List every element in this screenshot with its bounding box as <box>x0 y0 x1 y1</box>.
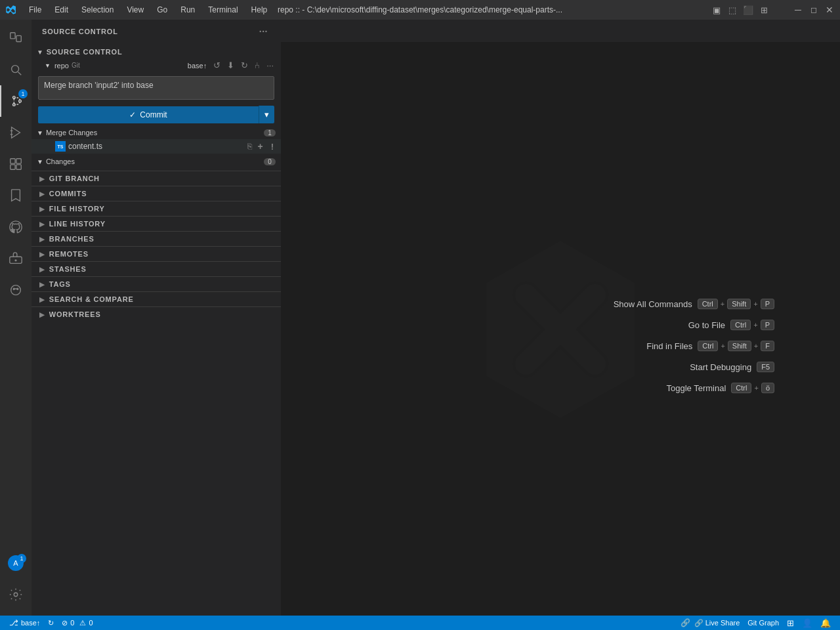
section-line-history[interactable]: ▶ LINE HISTORY <box>32 216 281 231</box>
svg-point-16 <box>11 285 21 295</box>
stashes-label: STASHES <box>49 265 87 273</box>
activity-remote-explorer[interactable] <box>0 243 32 274</box>
shortcut-label-terminal: Toggle Terminal <box>634 383 726 393</box>
key-plus-3: + <box>753 321 757 329</box>
activity-extensions[interactable] <box>0 148 32 180</box>
commit-dropdown-button[interactable]: ▾ <box>259 106 274 123</box>
remote-icon: ⊞ <box>787 618 794 628</box>
activity-explorer[interactable] <box>0 22 32 54</box>
activity-scm[interactable]: 1 <box>0 85 32 117</box>
menu-view[interactable]: View <box>121 4 149 16</box>
restore-button[interactable]: ◻ <box>808 5 819 15</box>
key-ctrl-4: Ctrl <box>731 383 751 393</box>
activity-bookmarks[interactable] <box>0 180 32 211</box>
branch-action-button[interactable]: ⑃ <box>253 60 262 71</box>
statusbar-errors[interactable]: ⊘ 0 ⚠ 0 <box>58 616 96 630</box>
sidebar-scroll: ▼ SOURCE CONTROL ▼ repo Git base↑ ↺ ⬇ ↻ … <box>32 43 281 616</box>
open-file-icon[interactable]: ⎘ <box>245 141 254 152</box>
repo-more-button[interactable]: ··· <box>264 60 276 71</box>
statusbar-bell[interactable]: 🔔 <box>816 618 835 628</box>
merge-changes-header[interactable]: ▼ Merge Changes 1 <box>32 126 281 139</box>
file-item[interactable]: TS content.ts ⎘ + ! <box>32 139 281 154</box>
shortcut-keys-find: Ctrl + Shift + F <box>698 341 774 351</box>
activity-copilot[interactable] <box>0 274 32 306</box>
key-f: F <box>761 341 774 351</box>
file-history-chevron: ▶ <box>39 205 45 213</box>
statusbar-branch[interactable]: ⎇ base↑ <box>5 616 44 630</box>
liveshare-icon: 🔗 <box>681 618 690 627</box>
menu-run[interactable]: Run <box>175 4 200 16</box>
changes-count: 0 <box>264 158 276 165</box>
key-ctrl-2: Ctrl <box>730 320 751 330</box>
repo-vcs: Git <box>72 62 80 69</box>
source-control-title[interactable]: ▼ SOURCE CONTROL <box>32 45 281 58</box>
stashes-chevron: ▶ <box>39 266 45 273</box>
svg-point-2 <box>12 66 19 73</box>
section-branches[interactable]: ▶ BRANCHES <box>32 231 281 246</box>
remotes-chevron: ▶ <box>39 251 45 258</box>
key-oe: ö <box>761 383 774 393</box>
branches-chevron: ▶ <box>39 236 45 243</box>
changes-header[interactable]: ▼ Changes 0 <box>32 155 281 168</box>
shortcut-keys-file: Ctrl + P <box>730 320 774 330</box>
split-editor-icon[interactable]: ⬚ <box>727 5 738 15</box>
statusbar-remote[interactable]: ⊞ <box>783 618 798 628</box>
panel-layout-icon[interactable]: ▣ <box>711 5 722 15</box>
svg-rect-1 <box>16 35 21 41</box>
key-plus-2: + <box>753 300 757 308</box>
key-plus-4: + <box>721 342 724 350</box>
search-compare-label: SEARCH & COMPARE <box>49 295 134 303</box>
svg-rect-11 <box>16 159 21 163</box>
activity-github[interactable] <box>0 211 32 243</box>
section-file-history[interactable]: ▶ FILE HISTORY <box>32 201 281 216</box>
collapsed-sections: ▶ GIT BRANCH ▶ COMMITS ▶ FILE HISTORY ▶ … <box>32 171 281 322</box>
menu-file[interactable]: File <box>24 4 47 16</box>
statusbar-account[interactable]: 👤 <box>798 618 816 628</box>
sidebar-more-button[interactable]: ··· <box>257 25 270 38</box>
panel-layout2-icon[interactable]: ⬛ <box>743 5 753 15</box>
worktrees-chevron: ▶ <box>39 311 45 318</box>
close-button[interactable]: ✕ <box>824 5 835 15</box>
section-git-branch[interactable]: ▶ GIT BRANCH <box>32 171 281 186</box>
activity-bar: 1 <box>0 20 32 616</box>
fetch-button[interactable]: ↻ <box>239 60 250 71</box>
menu-selection[interactable]: Selection <box>76 4 119 16</box>
section-remotes[interactable]: ▶ REMOTES <box>32 246 281 261</box>
activity-debug[interactable] <box>0 117 32 148</box>
shortcut-keys-commands: Ctrl + Shift + P <box>698 299 774 309</box>
statusbar-sync[interactable]: ↻ <box>44 616 58 630</box>
file-type-icon: TS <box>55 141 66 152</box>
menu-terminal[interactable]: Terminal <box>203 4 243 16</box>
menu-help[interactable]: Help <box>246 4 273 16</box>
commit-btn-row: ✓ Commit ▾ <box>38 106 274 123</box>
titlebar: File Edit Selection View Go Run Terminal… <box>0 0 840 20</box>
pull-button[interactable]: ⬇ <box>225 60 236 71</box>
branches-label: BRANCHES <box>49 235 94 243</box>
section-stashes[interactable]: ▶ STASHES <box>32 261 281 276</box>
branch-icon: ⎇ <box>9 618 18 627</box>
commit-message-input[interactable]: Merge branch 'input2' into base <box>38 76 274 100</box>
section-worktrees[interactable]: ▶ WORKTREES <box>32 306 281 322</box>
minimize-button[interactable]: ─ <box>793 5 803 15</box>
activity-settings[interactable] <box>0 579 32 610</box>
commit-button[interactable]: ✓ Commit <box>38 106 259 123</box>
statusbar-liveshare[interactable]: 🔗 🔗 Live Share <box>677 618 744 627</box>
sidebar-header-actions: ··· <box>257 25 270 38</box>
liveshare-label: 🔗 Live Share <box>694 619 740 627</box>
section-commits[interactable]: ▶ COMMITS <box>32 186 281 201</box>
activity-search[interactable] <box>0 54 32 85</box>
key-shift-1: Shift <box>727 299 751 309</box>
activity-account[interactable]: A 1 <box>0 547 32 579</box>
sync-changes-icon: ↻ <box>48 619 54 627</box>
stage-changes-icon[interactable]: + <box>255 140 264 152</box>
menu-edit[interactable]: Edit <box>49 4 74 16</box>
section-search-compare[interactable]: ▶ SEARCH & COMPARE <box>32 291 281 306</box>
statusbar-gitgraph[interactable]: Git Graph <box>744 619 783 627</box>
panel-layout3-icon[interactable]: ⊞ <box>759 5 769 15</box>
menu-go[interactable]: Go <box>152 4 173 16</box>
key-plus-1: + <box>721 300 724 308</box>
sync-icon[interactable]: ↺ <box>211 60 222 71</box>
section-tags[interactable]: ▶ TAGS <box>32 276 281 291</box>
line-history-label: LINE HISTORY <box>49 220 106 228</box>
titlebar-menu: File Edit Selection View Go Run Terminal… <box>24 4 272 16</box>
